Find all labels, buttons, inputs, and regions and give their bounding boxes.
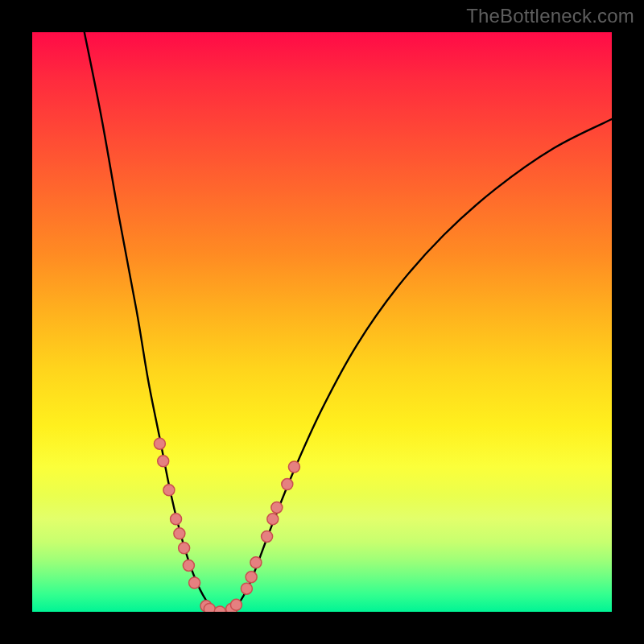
data-markers-group bbox=[154, 438, 299, 612]
data-marker bbox=[183, 559, 194, 571]
data-marker bbox=[171, 514, 182, 525]
data-marker bbox=[241, 583, 252, 594]
chart-svg bbox=[32, 32, 612, 612]
data-marker bbox=[158, 456, 169, 467]
data-marker bbox=[267, 514, 279, 525]
data-marker bbox=[189, 577, 200, 588]
data-marker bbox=[204, 603, 215, 612]
data-marker bbox=[288, 461, 299, 473]
data-marker bbox=[174, 528, 185, 539]
data-marker bbox=[246, 572, 257, 583]
plot-area bbox=[32, 32, 612, 612]
data-marker bbox=[262, 530, 273, 542]
data-marker bbox=[230, 599, 242, 610]
attribution-text: TheBottleneck.com bbox=[466, 5, 634, 27]
data-marker bbox=[250, 557, 262, 568]
data-marker bbox=[214, 606, 225, 612]
data-marker bbox=[154, 438, 165, 449]
chart-frame: TheBottleneck.com bbox=[0, 0, 644, 644]
data-marker bbox=[271, 502, 283, 513]
data-marker bbox=[282, 479, 293, 490]
data-marker bbox=[179, 543, 190, 554]
bottleneck-curve bbox=[85, 32, 612, 612]
data-marker bbox=[163, 485, 175, 496]
